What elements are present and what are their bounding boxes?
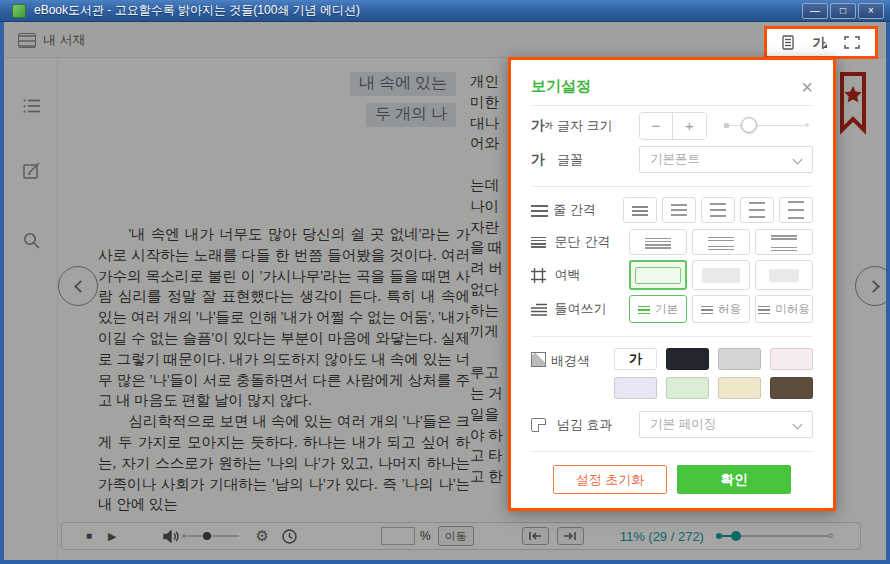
indent-option-default[interactable]: 기본: [629, 295, 687, 323]
reset-settings-button[interactable]: 설정 초기화: [553, 465, 667, 494]
font-face-dropdown[interactable]: 기본폰트: [639, 146, 813, 173]
line-spacing-option-5[interactable]: [779, 197, 813, 223]
line-spacing-option-3[interactable]: [701, 197, 735, 223]
fullscreen-icon[interactable]: [844, 36, 860, 49]
divider: [531, 186, 813, 187]
paragraph-spacing-option-2[interactable]: [692, 229, 750, 255]
font-size-slider[interactable]: [724, 125, 809, 126]
margin-label: 여백: [555, 266, 629, 284]
font-face-label: 글꼴: [557, 151, 639, 169]
line-spacing-label: 줄 간격: [553, 201, 623, 219]
bg-swatch-gray[interactable]: [718, 348, 761, 370]
line-spacing-icon: [531, 204, 553, 217]
minimize-button[interactable]: —: [802, 3, 828, 19]
divider: [531, 451, 813, 452]
margin-icon: [531, 268, 555, 283]
font-face-icon: 가: [531, 151, 557, 169]
page-effect-dropdown[interactable]: 기본 페이징: [639, 411, 813, 438]
view-tools-highlight-box: 가: [764, 26, 878, 59]
app-window: eBook도서관 - 고요할수록 밝아지는 것들(100쇄 기념 에디션) — …: [0, 0, 890, 564]
indent-icon: [531, 303, 555, 316]
page-effect-icon: [531, 418, 557, 432]
window-title: eBook도서관 - 고요할수록 밝아지는 것들(100쇄 기념 에디션): [34, 2, 360, 19]
panel-title: 보기설정: [531, 77, 591, 96]
font-size-slider-knob[interactable]: [741, 117, 757, 133]
bg-swatch-white[interactable]: 가: [614, 348, 657, 370]
panel-close-icon[interactable]: ×: [801, 77, 813, 97]
background-color-swatches: 가: [614, 348, 813, 399]
close-button[interactable]: ×: [858, 3, 884, 19]
line-spacing-option-4[interactable]: [740, 197, 774, 223]
title-bar: eBook도서관 - 고요할수록 밝아지는 것들(100쇄 기념 에디션) — …: [0, 0, 890, 22]
margin-option-medium[interactable]: [692, 260, 750, 290]
bg-swatch-pink[interactable]: [770, 348, 813, 370]
slider-end-mark: [805, 123, 809, 127]
font-size-increase-button[interactable]: +: [673, 113, 706, 139]
app-icon: [12, 4, 26, 18]
paragraph-spacing-option-1[interactable]: [629, 229, 687, 255]
paragraph-spacing-icon: [531, 236, 555, 248]
background-color-label: 배경색: [551, 352, 614, 370]
font-size-label: 글자 크기: [557, 117, 639, 135]
margin-option-large[interactable]: [755, 260, 813, 290]
margin-option-small[interactable]: [629, 260, 687, 290]
indent-option-disallow[interactable]: 미허용: [755, 295, 813, 323]
maximize-button[interactable]: □: [830, 3, 856, 19]
divider: [531, 336, 813, 337]
viewer-settings-icon[interactable]: [782, 35, 794, 50]
font-size-icon: 가가: [531, 117, 557, 135]
bg-swatch-black[interactable]: [666, 348, 709, 370]
bg-swatch-cream[interactable]: [718, 377, 761, 399]
content-area: 내 서재: [4, 22, 886, 560]
bg-swatch-green[interactable]: [666, 377, 709, 399]
line-spacing-option-1[interactable]: [623, 197, 657, 223]
indent-label: 들여쓰기: [555, 300, 629, 318]
page-effect-label: 넘김 효과: [557, 416, 639, 434]
slider-start-mark: [724, 123, 729, 128]
paragraph-spacing-label: 문단 간격: [555, 233, 629, 251]
font-size-decrease-button[interactable]: −: [640, 113, 673, 139]
bg-swatch-lavender[interactable]: [614, 377, 657, 399]
font-settings-icon[interactable]: 가: [812, 34, 825, 52]
confirm-button[interactable]: 확인: [677, 465, 791, 494]
paragraph-spacing-option-3[interactable]: [755, 229, 813, 255]
divider: [531, 105, 813, 106]
line-spacing-option-2[interactable]: [662, 197, 696, 223]
background-color-icon: [531, 352, 551, 367]
indent-option-icon: [758, 304, 770, 314]
bg-swatch-brown[interactable]: [770, 377, 813, 399]
view-settings-panel: 보기설정 × 가가 글자 크기 − +: [508, 57, 836, 511]
indent-option-allow[interactable]: 허용: [692, 295, 750, 323]
indent-option-icon: [701, 304, 713, 314]
indent-option-icon: [638, 304, 650, 314]
